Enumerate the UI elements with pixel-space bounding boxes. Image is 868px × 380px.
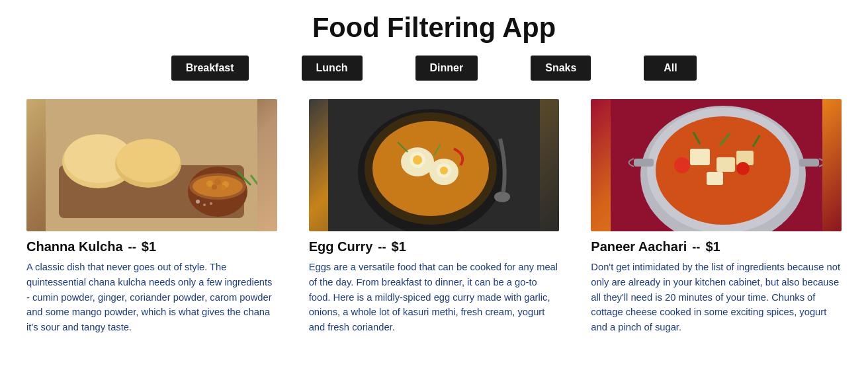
app-title: Food Filtering App	[0, 0, 868, 56]
channa-kulcha-title-row: Channa Kulcha -- $1	[26, 239, 277, 254]
filter-bar: Breakfast Lunch Dinner Snaks All	[0, 56, 868, 81]
channa-kulcha-price: $1	[142, 239, 156, 254]
svg-point-31	[494, 192, 510, 202]
egg-curry-price: $1	[392, 239, 406, 254]
svg-point-12	[212, 184, 217, 190]
svg-point-13	[220, 185, 226, 190]
paneer-aachari-price: $1	[706, 239, 720, 254]
egg-curry-image	[309, 99, 560, 231]
food-card-channa-kulcha: Channa Kulcha -- $1 A classic dish that …	[26, 99, 277, 335]
svg-point-41	[736, 162, 750, 175]
egg-curry-sep: --	[378, 240, 386, 254]
filter-all-button[interactable]: All	[644, 56, 697, 81]
svg-point-25	[413, 155, 422, 165]
paneer-aachari-name: Paneer Aachari	[591, 239, 687, 254]
egg-curry-description: Eggs are a versatile food that can be co…	[309, 260, 560, 335]
filter-lunch-button[interactable]: Lunch	[302, 56, 363, 81]
food-image-channa-kulcha	[26, 99, 277, 231]
svg-rect-45	[634, 159, 654, 167]
svg-point-10	[214, 178, 221, 185]
food-image-paneer-aachari	[591, 99, 842, 231]
svg-rect-46	[799, 159, 819, 167]
paneer-aachari-title-row: Paneer Aachari -- $1	[591, 239, 842, 254]
filter-breakfast-button[interactable]: Breakfast	[171, 56, 249, 81]
food-grid: Channa Kulcha -- $1 A classic dish that …	[0, 99, 868, 335]
channa-kulcha-image	[26, 99, 277, 231]
paneer-aachari-sep: --	[692, 240, 700, 254]
svg-point-18	[210, 202, 212, 205]
channa-kulcha-sep: --	[128, 240, 136, 254]
food-card-egg-curry: Egg Curry -- $1 Eggs are a versatile foo…	[309, 99, 560, 335]
svg-point-5	[116, 139, 180, 182]
filter-snaks-button[interactable]: Snaks	[531, 56, 591, 81]
egg-curry-title-row: Egg Curry -- $1	[309, 239, 560, 254]
egg-curry-name: Egg Curry	[309, 239, 373, 254]
svg-rect-36	[690, 149, 710, 165]
svg-rect-38	[707, 172, 723, 185]
svg-point-28	[440, 167, 448, 174]
channa-kulcha-name: Channa Kulcha	[26, 239, 123, 254]
paneer-aachari-image	[591, 99, 842, 231]
food-card-paneer-aachari: Paneer Aachari -- $1 Don't get intimidat…	[591, 99, 842, 335]
svg-point-16	[196, 200, 200, 204]
paneer-aachari-description: Don't get intimidated by the list of ing…	[591, 260, 842, 335]
svg-point-40	[674, 157, 690, 173]
channa-kulcha-description: A classic dish that never goes out of st…	[26, 260, 277, 335]
svg-point-17	[203, 204, 206, 206]
food-image-egg-curry	[309, 99, 560, 231]
filter-dinner-button[interactable]: Dinner	[415, 56, 478, 81]
svg-rect-37	[716, 157, 735, 172]
